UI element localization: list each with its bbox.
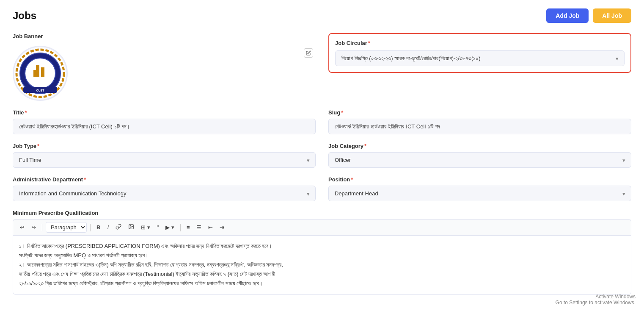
toolbar-divider-2 (90, 224, 91, 231)
indent-left-button[interactable]: ⇤ (206, 223, 215, 232)
svg-point-2 (25, 58, 55, 89)
job-type-select-wrapper: Full Time ▾ (13, 152, 316, 168)
qualification-line2: সংশ্লিষ্ট পদের জন্য অনুমোদিত MPQ ও সাধার… (19, 251, 625, 260)
job-circular-select[interactable]: নিয়োগ বিজ্ঞপ্তি (০৩-১২-২৩) স্মারক নং-চু… (335, 50, 625, 66)
banner-edit-icon[interactable] (304, 48, 313, 58)
job-type-select[interactable]: Full Time (13, 152, 316, 168)
editor-content[interactable]: ১। নির্ধারিত আবেদনপত্রে (PRESCRIBED APPL… (13, 235, 631, 295)
media-button[interactable]: ▶ ▾ (163, 223, 177, 232)
qualification-line3: ২। আবেদনপত্রের সহিত পাসপোর্ট সাইজের ৩(তি… (19, 260, 625, 270)
qualification-line5: ২৮/১২/২০২৩ খ্রিঃ তারিখের মধ্যে রেজিস্ট্র… (19, 279, 625, 288)
banner-image: CUET (13, 46, 68, 101)
dept-position-row: Administrative Department* Information a… (13, 176, 631, 201)
svg-rect-4 (41, 67, 44, 77)
link-button[interactable] (113, 222, 124, 232)
position-select[interactable]: Department Head (328, 186, 631, 201)
redo-button[interactable]: ↪ (29, 223, 39, 232)
admin-dept-label: Administrative Department* (13, 176, 316, 183)
qualification-label: Minimum Prescribe Qualification (13, 210, 631, 216)
quote-button[interactable]: " (154, 223, 162, 232)
bullet-list-button[interactable]: ≡ (184, 223, 193, 232)
qualification-line1: ১। নির্ধারিত আবেদনপত্রে (PRESCRIBED APPL… (19, 242, 625, 251)
job-type-label: Job Type* (13, 143, 316, 149)
title-input[interactable] (13, 119, 316, 134)
job-category-label: Job Category* (328, 143, 631, 149)
paragraph-select[interactable]: Paragraph (46, 222, 87, 233)
slug-input[interactable] (328, 119, 631, 134)
toolbar-divider-1 (42, 224, 42, 231)
job-banner-section: Job Banner (13, 33, 316, 101)
position-select-wrapper: Department Head ▾ (328, 186, 631, 201)
jobtype-category-row: Job Type* Full Time ▾ Job Category* Offi… (13, 143, 631, 168)
image-button[interactable] (126, 222, 137, 232)
job-type-group: Job Type* Full Time ▾ (13, 143, 316, 168)
job-circular-section: Job Circular* নিয়োগ বিজ্ঞপ্তি (০৩-১২-২৩… (328, 33, 631, 73)
title-field-group: Title* (13, 109, 316, 134)
position-label: Position* (328, 176, 631, 183)
job-circular-label: Job Circular* (335, 40, 625, 46)
add-job-button[interactable]: Add Job (546, 8, 589, 23)
job-category-select[interactable]: Officer (328, 152, 631, 168)
admin-dept-select-wrapper: Information and Communication Technology… (13, 186, 316, 201)
undo-button[interactable]: ↩ (17, 223, 27, 232)
activate-windows-notice: Activate Windows Go to Settings to activ… (556, 294, 636, 306)
qualification-section: Minimum Prescribe Qualification ↩ ↪ Para… (13, 210, 631, 295)
job-banner-label: Job Banner (13, 33, 316, 39)
header-buttons: Add Job All Job (546, 8, 631, 23)
job-circular-select-wrapper: নিয়োগ বিজ্ঞপ্তি (০৩-১২-২৩) স্মারক নং-চু… (335, 50, 625, 66)
indent-right-button[interactable]: ⇥ (217, 223, 227, 232)
slug-label: Slug* (328, 109, 631, 116)
title-label: Title* (13, 109, 316, 116)
svg-point-9 (130, 225, 131, 226)
qualification-line4: জাতীয় পরিচয় পত্র এবং শেষ শিক্ষা প্রতিষ… (19, 270, 625, 279)
slug-field-group: Slug* (328, 109, 631, 134)
table-button[interactable]: ⊞ ▾ (138, 223, 153, 232)
editor-toolbar: ↩ ↪ Paragraph B I ⊞ ▾ (13, 219, 631, 235)
svg-rect-3 (36, 65, 39, 77)
admin-dept-group: Administrative Department* Information a… (13, 176, 316, 201)
italic-button[interactable]: I (105, 223, 111, 232)
job-category-select-wrapper: Officer ▾ (328, 152, 631, 168)
position-group: Position* Department Head ▾ (328, 176, 631, 201)
job-category-group: Job Category* Officer ▾ (328, 143, 631, 168)
admin-dept-select[interactable]: Information and Communication Technology (13, 186, 316, 201)
svg-rect-5 (33, 70, 36, 77)
toolbar-divider-3 (180, 224, 181, 231)
bold-button[interactable]: B (94, 223, 103, 232)
title-slug-row: Title* Slug* (13, 109, 631, 134)
all-job-button[interactable]: All Job (593, 8, 631, 23)
page-title: Jobs (13, 10, 36, 22)
numbered-list-button[interactable]: ☰ (194, 223, 204, 232)
svg-text:CUET: CUET (36, 89, 44, 92)
